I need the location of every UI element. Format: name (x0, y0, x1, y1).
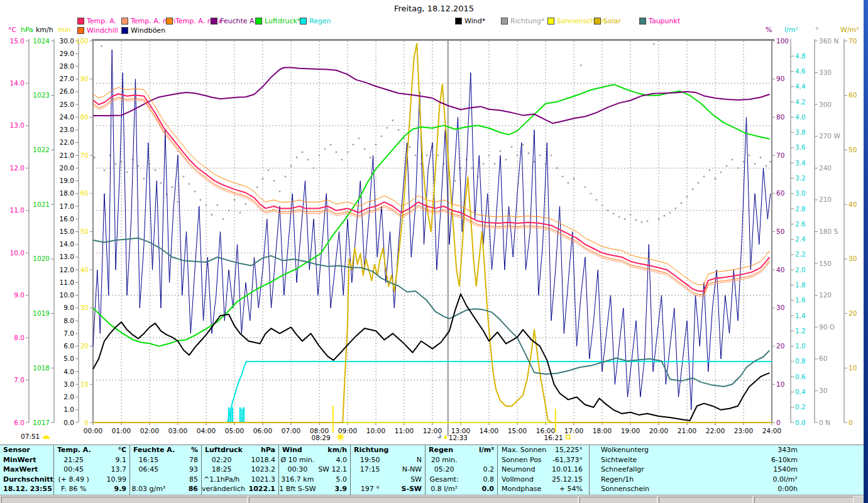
table-col-temp-a-: Temp. A.°C21:259.100:4513.7(+ 8.49 )10.9… (54, 445, 130, 495)
cell-label: Neumond (502, 465, 535, 475)
svg-text:1.2: 1.2 (795, 327, 806, 334)
table-row: 1 Bft S-SW3.9 (279, 484, 350, 494)
table-row: 21:259.1 (54, 455, 129, 465)
svg-text:4.6: 4.6 (795, 67, 806, 75)
svg-text:09:00: 09:00 (338, 427, 357, 434)
svg-text:40: 40 (776, 266, 784, 274)
cell-time: veränderlich (202, 484, 241, 494)
svg-text:4.2: 4.2 (795, 98, 806, 106)
column-header: Temp. A. (54, 445, 91, 455)
status-panel (659, 497, 753, 503)
svg-text:120: 120 (819, 291, 832, 299)
table-row: 17:15N-NW (351, 465, 425, 475)
svg-text:20.0: 20.0 (60, 164, 74, 172)
svg-text:10:00: 10:00 (366, 427, 385, 434)
svg-text:70: 70 (80, 152, 89, 159)
svg-text:1022: 1022 (33, 146, 50, 153)
cell-time: (+ 8.49 ) (54, 475, 93, 485)
svg-text:90: 90 (80, 75, 89, 82)
svg-text:1.0: 1.0 (795, 342, 806, 350)
cell-value: 85 (189, 475, 201, 485)
svg-text:60: 60 (849, 91, 857, 99)
table-header-row: Feuchte A.% (130, 445, 201, 455)
cell-value: 78 (189, 455, 201, 465)
cell-value: 10.99 (107, 475, 130, 485)
svg-text:0: 0 (776, 419, 781, 426)
table-row-label: Durchschnitt (0, 475, 53, 485)
table-row: (+ 8.49 )10.99 (54, 475, 129, 485)
svg-text:50: 50 (849, 146, 857, 153)
table-row: 00:4513.7 (54, 465, 129, 475)
cell-value: 4.0 (336, 455, 351, 465)
svg-text:9.0: 9.0 (63, 304, 74, 311)
table-row: Sonnen Pos-61,373° (498, 455, 586, 465)
svg-text:100: 100 (776, 37, 789, 45)
cell-time: 1 Bft S-SW (279, 484, 316, 494)
svg-text:330: 330 (819, 69, 832, 76)
cell-time: 0.8 l/m² (426, 484, 463, 494)
table-row: 85 (130, 475, 201, 485)
cell-value: 1021.3 (251, 475, 279, 485)
table-row: 06:4593 (130, 465, 201, 475)
table-row: Neumond10.01.16 (498, 465, 586, 475)
svg-text:3.8: 3.8 (795, 128, 806, 136)
svg-text:13.0: 13.0 (10, 121, 25, 129)
cell-time: 19:50 (351, 455, 389, 465)
column-header: Wind (279, 445, 302, 455)
svg-text:2.0: 2.0 (63, 393, 74, 401)
svg-text:3.2: 3.2 (795, 174, 806, 182)
svg-text:21:00: 21:00 (678, 427, 696, 434)
svg-text:2.2: 2.2 (795, 250, 806, 258)
row-label: 18.12. 23:55 (0, 484, 52, 494)
svg-text:21.0: 21.0 (60, 152, 74, 159)
column-unit: l/m² (479, 445, 497, 455)
cell-time: 05:20 (426, 465, 463, 475)
svg-text:11:00: 11:00 (395, 427, 414, 434)
stats-table: SensorMinWertMaxWertDurchschnitt18.12. 2… (0, 445, 864, 495)
cell-value: N (417, 455, 425, 465)
cell-value: 3.9 (335, 484, 351, 494)
row-label: MinWert (0, 455, 36, 465)
svg-text:29.0: 29.0 (60, 50, 74, 57)
svg-text:22.0: 22.0 (60, 138, 74, 146)
svg-text:3.0: 3.0 (795, 189, 806, 197)
svg-text:01:00: 01:00 (112, 427, 131, 434)
svg-text:04:00: 04:00 (197, 427, 216, 434)
svg-text:17.0: 17.0 (60, 202, 74, 210)
column-unit: hPa (261, 445, 278, 455)
svg-text:30: 30 (819, 387, 827, 394)
table-header-row: Windkm/h (279, 445, 350, 455)
svg-text:10.0: 10.0 (10, 249, 25, 257)
svg-text:16:21: 16:21 (544, 434, 563, 441)
svg-text:0.0: 0.0 (63, 419, 74, 426)
svg-text:13.0: 13.0 (60, 253, 74, 260)
svg-text:15.0: 15.0 (60, 228, 74, 235)
column-header: Feuchte A. (130, 445, 175, 455)
table-row: 05:200.2 (426, 465, 497, 475)
svg-text:11.0: 11.0 (10, 206, 25, 214)
svg-text:25.0: 25.0 (60, 101, 74, 108)
cell-value: 0.0l/m² (773, 475, 801, 485)
cell-value: 1018.4 (251, 455, 279, 465)
cell-value: 1540m (773, 465, 801, 475)
svg-text:60: 60 (80, 189, 89, 197)
svg-text:24:00: 24:00 (762, 427, 781, 434)
column-unit (422, 445, 425, 455)
svg-text:06:00: 06:00 (253, 427, 272, 434)
svg-text:300: 300 (819, 101, 832, 108)
table-header-row: Regenl/m² (426, 445, 497, 455)
svg-text:1.6: 1.6 (795, 296, 806, 304)
svg-text:0: 0 (849, 419, 853, 426)
svg-text:20: 20 (776, 342, 784, 350)
svg-text:5.0: 5.0 (63, 355, 74, 362)
svg-text:180 S: 180 S (819, 228, 838, 235)
svg-text:30: 30 (849, 255, 857, 262)
cell-value: -61,373° (552, 455, 586, 465)
svg-text:18:00: 18:00 (593, 427, 612, 434)
table-row: 0.8 l/m²0.0 (426, 484, 497, 494)
weather-app-window: Freitag, 18.12.2015 Temp. A.Temp. A. min… (0, 0, 868, 503)
table-row: 18:251023.2 (202, 465, 278, 475)
table-row: 19:50N (351, 455, 425, 465)
cell-value: 93 (189, 465, 201, 475)
svg-text:22:00: 22:00 (706, 427, 725, 434)
